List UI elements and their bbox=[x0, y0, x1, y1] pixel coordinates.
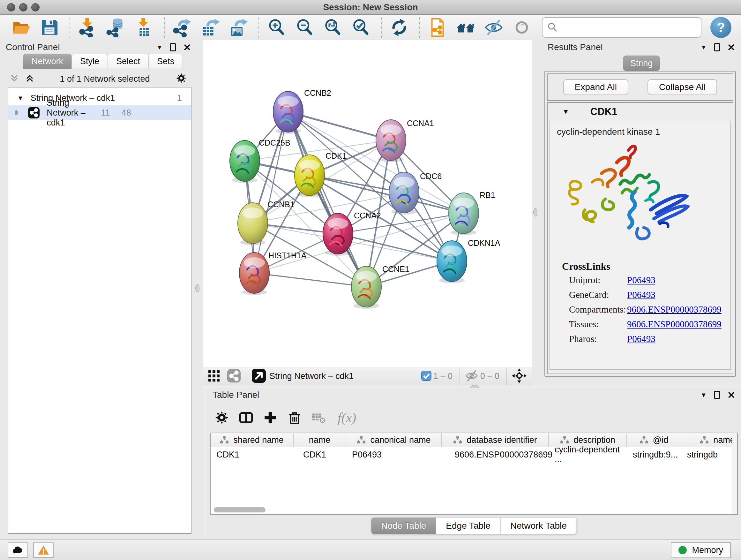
save-session-icon[interactable] bbox=[40, 17, 59, 37]
function-builder-icon[interactable]: f(x) bbox=[338, 410, 356, 425]
results-panel-close-icon[interactable]: ✕ bbox=[727, 42, 735, 53]
collapse-all-button[interactable]: Collapse All bbox=[648, 79, 717, 95]
table-add-icon[interactable] bbox=[263, 410, 278, 425]
table-panel-collapse-icon[interactable]: ▼ bbox=[700, 391, 707, 399]
pharos-link[interactable]: P06493 bbox=[627, 334, 656, 348]
left-splitter-handle[interactable] bbox=[195, 284, 199, 293]
network-edge-count: 48 bbox=[122, 108, 183, 118]
zoom-fit-content-icon[interactable] bbox=[323, 17, 343, 37]
export-image-icon[interactable] bbox=[228, 17, 248, 37]
network-node-CCNA1[interactable]: CCNA1 bbox=[376, 119, 434, 162]
open-session-icon[interactable] bbox=[11, 17, 31, 37]
network-row[interactable]: String Network – cdk1 11 48 bbox=[8, 105, 191, 120]
control-panel-close-icon[interactable]: ✕ bbox=[183, 42, 191, 53]
table-delete-icon[interactable] bbox=[287, 410, 302, 425]
network-edge-HIST1H1A-CCNE1[interactable] bbox=[254, 273, 366, 287]
selected-checkbox-icon[interactable] bbox=[421, 371, 431, 382]
share-view-icon[interactable] bbox=[227, 369, 241, 384]
expand-all-button[interactable]: Expand All bbox=[563, 79, 628, 95]
tab-network[interactable]: Network bbox=[23, 54, 72, 69]
houses-icon[interactable] bbox=[456, 17, 475, 37]
import-table-icon[interactable] bbox=[134, 17, 154, 37]
fit-crosshair-icon[interactable] bbox=[512, 368, 527, 384]
export-network-icon[interactable] bbox=[172, 17, 192, 37]
zoom-out-icon[interactable] bbox=[295, 17, 315, 37]
eye-icon[interactable] bbox=[512, 17, 532, 37]
table-vertical-scrollbar[interactable] bbox=[732, 433, 737, 514]
import-network-from-database-icon[interactable] bbox=[106, 17, 126, 37]
zoom-in-icon[interactable] bbox=[267, 17, 286, 37]
column-header-namespace[interactable]: namespace bbox=[681, 433, 738, 447]
network-node-CCNB1[interactable]: CCNB1 bbox=[238, 200, 294, 245]
hide-show-icon[interactable] bbox=[484, 17, 503, 37]
minimize-window-button[interactable] bbox=[19, 3, 27, 11]
document-share-icon[interactable] bbox=[428, 17, 448, 37]
grid-view-icon[interactable] bbox=[208, 369, 220, 383]
column-header-database-identifier[interactable]: database identifier bbox=[442, 433, 549, 447]
import-network-icon[interactable] bbox=[78, 17, 98, 37]
cell-description[interactable]: cyclin-dependent ... bbox=[549, 447, 627, 462]
tissues-link[interactable]: 9606.ENSP00000378699 bbox=[627, 319, 722, 334]
refresh-icon[interactable] bbox=[389, 17, 409, 37]
cell-canonical-name[interactable]: P06493 bbox=[346, 447, 442, 462]
cell-database-identifier[interactable]: 9606.ENSP00000378699 bbox=[442, 447, 549, 462]
network-edge-CCNB2-CCNE1[interactable] bbox=[288, 112, 366, 287]
memory-button[interactable]: Memory bbox=[671, 542, 731, 558]
tab-style[interactable]: Style bbox=[71, 54, 108, 69]
network-node-CCNB2[interactable]: CCNB2 bbox=[273, 88, 331, 134]
status-bar: Memory bbox=[0, 539, 741, 560]
collapse-all-networks-icon[interactable] bbox=[10, 73, 19, 84]
entry-expand-icon[interactable]: ▼ bbox=[562, 108, 569, 116]
results-panel-collapse-icon[interactable]: ▼ bbox=[700, 44, 707, 51]
tab-string[interactable]: String bbox=[623, 56, 660, 71]
delete-table-icon[interactable] bbox=[312, 410, 326, 425]
network-canvas[interactable]: CCNB2CCNA1CDC25BCDK1CDC6RB1CCNB1CCNA2CDK… bbox=[203, 40, 532, 367]
table-horizontal-scrollbar-thumb[interactable] bbox=[214, 507, 266, 512]
network-node-HIST1H1A[interactable]: HIST1H1A bbox=[239, 251, 307, 295]
column-header-canonical-name[interactable]: canonical name bbox=[346, 433, 442, 447]
table-columns-icon[interactable] bbox=[239, 410, 253, 425]
table-panel-close-icon[interactable]: ✕ bbox=[727, 389, 735, 401]
table-gear-icon[interactable] bbox=[214, 410, 229, 425]
genecard-link[interactable]: P06493 bbox=[627, 290, 656, 304]
cloud-button[interactable] bbox=[8, 543, 28, 558]
tab-sets[interactable]: Sets bbox=[148, 54, 183, 69]
compartments-link[interactable]: 9606.ENSP00000378699 bbox=[627, 304, 722, 319]
network-edge-CCNB2-HIST1H1A[interactable] bbox=[254, 112, 288, 273]
hidden-eye-slash-icon[interactable] bbox=[465, 369, 478, 384]
results-panel-float-icon[interactable] bbox=[714, 43, 720, 51]
expand-all-networks-icon[interactable] bbox=[25, 73, 35, 84]
cell-namespace[interactable]: stringdb bbox=[681, 447, 738, 462]
help-button[interactable]: ? bbox=[711, 17, 731, 38]
tab-select[interactable]: Select bbox=[108, 54, 149, 69]
network-edge-CCNA2-CDKN1A[interactable] bbox=[338, 234, 452, 261]
control-panel-float-icon[interactable] bbox=[170, 43, 176, 51]
network-node-CDKN1A[interactable]: CDKN1A bbox=[437, 239, 500, 283]
collection-expand-icon[interactable]: ▼ bbox=[17, 95, 23, 102]
network-node-RB1[interactable]: RB1 bbox=[449, 191, 495, 235]
cell-name[interactable]: CDK1 bbox=[293, 447, 346, 462]
zoom-window-button[interactable] bbox=[31, 3, 40, 11]
export-table-icon[interactable] bbox=[200, 17, 220, 37]
warning-button[interactable] bbox=[33, 543, 54, 558]
cdk1-entry: ▼ CDK1 cyclin-dependent kinase 1 bbox=[547, 102, 733, 374]
table-panel-float-icon[interactable] bbox=[714, 391, 720, 399]
tab-edge-table[interactable]: Edge Table bbox=[436, 517, 500, 534]
column-header-shared-name[interactable]: shared name bbox=[211, 433, 293, 447]
search-input[interactable] bbox=[542, 17, 701, 38]
uniprot-link[interactable]: P06493 bbox=[627, 275, 656, 290]
column-header-id[interactable]: @id bbox=[627, 433, 681, 447]
tab-network-table[interactable]: Network Table bbox=[500, 517, 577, 534]
cell-id[interactable]: stringdb:9... bbox=[627, 447, 681, 462]
open-in-window-icon[interactable] bbox=[252, 368, 266, 384]
column-header-name[interactable]: name bbox=[293, 433, 346, 447]
table-row[interactable]: CDK1 CDK1 P06493 9606.ENSP00000378699 cy… bbox=[211, 447, 738, 462]
cell-shared-name[interactable]: CDK1 bbox=[211, 447, 293, 462]
zoom-selected-icon[interactable] bbox=[351, 17, 371, 37]
network-options-gear-icon[interactable] bbox=[175, 72, 187, 85]
network-node-CCNE1[interactable]: CCNE1 bbox=[351, 265, 409, 309]
close-window-button[interactable] bbox=[7, 3, 15, 11]
tab-node-table[interactable]: Node Table bbox=[371, 517, 436, 534]
right-splitter-handle[interactable] bbox=[533, 208, 537, 216]
control-panel-collapse-icon[interactable]: ▼ bbox=[156, 44, 163, 51]
